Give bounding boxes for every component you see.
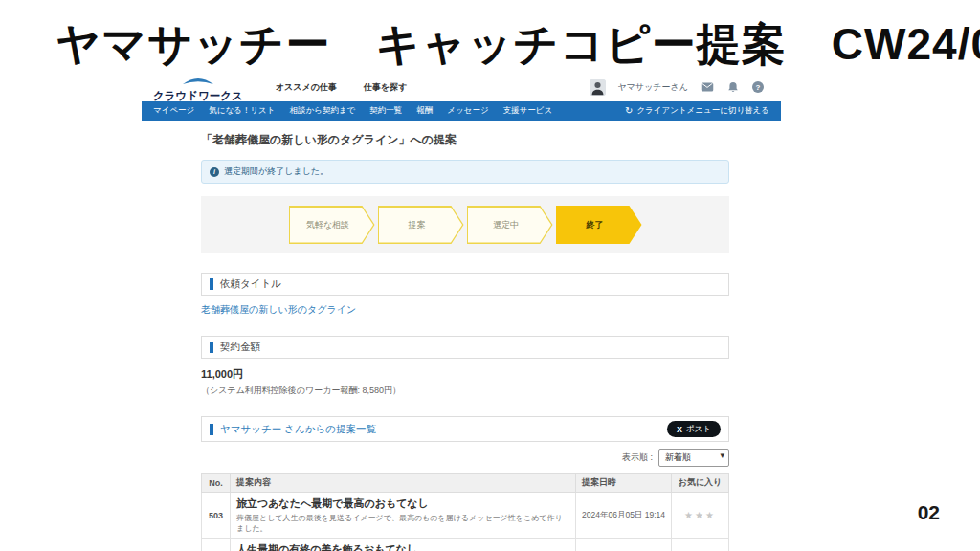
sort-select[interactable]: 新着順 ▾ — [658, 449, 729, 467]
section-request-title-heading: 依頼タイトル — [220, 277, 281, 291]
step-finished: 終了 — [556, 206, 642, 244]
top-nav-find-work[interactable]: 仕事を探す — [364, 81, 407, 94]
x-post-label: ポスト — [686, 424, 711, 435]
bell-icon[interactable] — [726, 81, 740, 93]
section-proposals-heading: ヤマサッチー さんからの提案一覧 — [220, 423, 376, 436]
page-title: 「老舗葬儀屋の新しい形のタグライン」への提案 — [201, 132, 729, 148]
col-content: 提案内容 — [231, 474, 576, 493]
main-navbar: マイページ 気になる！リスト 相談から契約まで 契約一覧 報酬 メッセージ 支援… — [142, 101, 781, 121]
nav-messages[interactable]: メッセージ — [447, 105, 488, 117]
mail-icon[interactable] — [701, 81, 714, 93]
crowdworks-screenshot: クラウドワークス オススメの仕事 仕事を探す ヤマサッチーさん ? マイページ … — [142, 73, 781, 551]
nav-support-services[interactable]: 支援サービス — [503, 105, 553, 117]
avatar[interactable] — [590, 79, 606, 96]
proposal-date: 2024年06月05日 19:13 — [576, 539, 672, 551]
nav-watchlist[interactable]: 気になる！リスト — [209, 105, 275, 117]
step-proposal: 提案 — [378, 206, 464, 244]
step-label: 終了 — [587, 219, 612, 231]
page-number: 02 — [918, 501, 940, 524]
logo-swoosh-icon — [182, 73, 214, 89]
info-icon: i — [210, 167, 219, 177]
table-row: 503 旅立つあなたへ最期で最高のおもてなし 葬儀屋として人生の最後を見送るイメ… — [202, 493, 729, 539]
proposal-date: 2024年06月05日 19:14 — [576, 493, 672, 539]
section-contract-amount: 契約金額 — [201, 336, 729, 359]
proposal-title: 人生最期の有終の美を飾るおもてなし — [236, 542, 569, 551]
top-nav: オススメの仕事 仕事を探す — [276, 81, 407, 94]
sort-label: 表示順 : — [622, 452, 653, 464]
proposals-table: No. 提案内容 提案日時 お気に入り 503 旅立つあなたへ最期で最高のおもて… — [201, 473, 729, 551]
sort-row: 表示順 : 新着順 ▾ — [201, 449, 729, 467]
section-accent-bar — [210, 342, 213, 353]
section-contract-amount-heading: 契約金額 — [220, 341, 260, 354]
proposal-title: 旅立つあなたへ最期で最高のおもてなし — [236, 496, 569, 511]
contract-amount-value: 11,000円 — [201, 367, 729, 382]
user-name[interactable]: ヤマサッチーさん — [618, 81, 688, 94]
alert-text: 選定期間が終了しました。 — [224, 165, 328, 178]
favorite-stars[interactable]: ★★★ — [672, 493, 729, 539]
sort-selected-value: 新着順 — [665, 452, 691, 462]
step-label: 提案 — [409, 219, 434, 231]
proposal-no: 503 — [202, 493, 231, 539]
col-favorite: お気に入り — [672, 474, 729, 493]
switch-client-menu-button[interactable]: ↻ クライアントメニューに切り替える — [625, 105, 769, 117]
top-nav-recommended-jobs[interactable]: オススメの仕事 — [276, 81, 337, 94]
status-stepper: 気軽な相談 提案 選定中 終了 — [201, 196, 729, 253]
x-icon: X — [677, 425, 682, 434]
step-label: 選定中 — [493, 219, 526, 231]
section-request-title: 依頼タイトル — [201, 273, 729, 296]
page-content: 「老舗葬儀屋の新しい形のタグライン」への提案 i 選定期間が終了しました。 気軽… — [201, 132, 729, 551]
selection-ended-alert: i 選定期間が終了しました。 — [201, 160, 729, 184]
request-title-link[interactable]: 老舗葬儀屋の新しい形のタグライン — [201, 303, 356, 317]
x-post-button[interactable]: X ポスト — [667, 421, 721, 437]
logo-text: クラウドワークス — [153, 89, 243, 103]
col-date: 提案日時 — [576, 474, 672, 493]
help-icon[interactable]: ? — [752, 81, 764, 93]
step-label: 気軽な相談 — [306, 219, 357, 231]
site-topbar: クラウドワークス オススメの仕事 仕事を探す ヤマサッチーさん ? — [142, 73, 781, 101]
contract-amount-note: （システム利用料控除後のワーカー報酬: 8,580円） — [201, 385, 729, 397]
nav-rewards[interactable]: 報酬 — [416, 105, 433, 117]
chevron-down-icon: ▾ — [720, 451, 724, 460]
refresh-icon: ↻ — [625, 106, 633, 116]
section-proposals: ヤマサッチー さんからの提案一覧 X ポスト — [201, 416, 729, 442]
step-selecting: 選定中 — [467, 206, 553, 244]
section-accent-bar — [210, 424, 213, 435]
step-casual-consult: 気軽な相談 — [289, 206, 375, 244]
topbar-right: ヤマサッチーさん ? — [590, 79, 769, 96]
nav-contract-list[interactable]: 契約一覧 — [369, 105, 402, 117]
favorite-stars[interactable]: ★★★ — [672, 539, 729, 551]
proposal-no: 502 — [202, 539, 231, 551]
nav-consult-to-contract[interactable]: 相談から契約まで — [290, 105, 356, 117]
nav-mypage[interactable]: マイページ — [153, 105, 194, 117]
section-accent-bar — [210, 278, 213, 290]
table-row: 502 人生最期の有終の美を飾るおもてなし 葬儀屋として人生の最後を華やかに見送… — [202, 539, 729, 551]
table-header-row: No. 提案内容 提案日時 お気に入り — [202, 474, 729, 493]
slide-title: ヤマサッチー キャッチコピー提案 CW24/06 — [56, 15, 980, 75]
proposal-desc: 葬儀屋として人生の最後を見送るイメージで、最高のものを届けるメッセージ性をこめて… — [236, 513, 569, 534]
col-no: No. — [202, 474, 231, 493]
switch-client-menu-label: クライアントメニューに切り替える — [636, 105, 769, 117]
crowdworks-logo[interactable]: クラウドワークス — [153, 73, 243, 103]
